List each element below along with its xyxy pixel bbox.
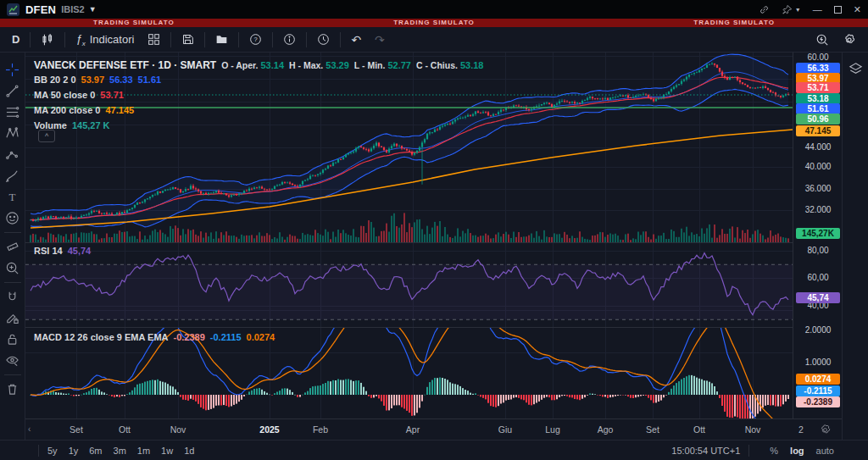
candlestick-icon xyxy=(41,33,54,47)
price-axis[interactable]: 60.0044.00040.00036.00032.00080,0060,004… xyxy=(793,53,842,440)
hide-drawings-tool[interactable] xyxy=(2,350,24,371)
ma200-value: 47.145 xyxy=(105,105,134,115)
close-button[interactable]: ✕ xyxy=(854,4,861,15)
clock-display[interactable]: 15:00:54 UTC+1 xyxy=(671,446,740,456)
macd-legend[interactable]: MACD 12 26 close 9 EMA EMA -0.2389 -0.21… xyxy=(34,332,275,342)
date-range-buttons: 5y1y6m3m1m1w1d xyxy=(47,446,205,456)
chart-style-button[interactable] xyxy=(34,30,61,49)
banner-text: TRADING SIMULATO xyxy=(93,19,175,27)
bottom-status-bar: 5y1y6m3m1m1w1d 15:00:54 UTC+1 % log auto xyxy=(0,440,868,460)
help-icon: ? xyxy=(249,33,262,46)
help-button[interactable]: ? xyxy=(242,30,269,48)
time-axis[interactable]: ‹ SetOttNov2025FebAprGiuLugAgoSetOttNov2 xyxy=(25,418,842,440)
pattern-tool[interactable] xyxy=(2,123,24,144)
symbol-dropdown-caret[interactable]: ▼ xyxy=(89,5,97,14)
save-layout-button[interactable] xyxy=(175,30,201,48)
chart-canvas[interactable] xyxy=(25,53,793,418)
symbol-legend[interactable]: VANECK DEFENSE ETF · 1D · SMART O - Aper… xyxy=(34,59,483,71)
ma50-value: 53.71 xyxy=(100,90,124,100)
range-button-1m[interactable]: 1m xyxy=(137,446,150,456)
price-axis-label: 60.00 xyxy=(793,53,843,62)
legend-title: VANECK DEFENSE ETF · 1D · SMART xyxy=(34,59,216,71)
text-tool[interactable]: T xyxy=(2,186,24,208)
range-button-1w[interactable]: 1w xyxy=(161,446,173,456)
percent-scale-button[interactable]: % xyxy=(770,446,778,456)
chart-area[interactable]: VANECK DEFENSE ETF · 1D · SMART O - Aper… xyxy=(25,53,842,440)
symbol-name[interactable]: DFEN xyxy=(25,3,56,16)
fib-retracement-tool[interactable] xyxy=(2,102,24,123)
lock-tool[interactable] xyxy=(2,329,24,350)
brush-tool[interactable] xyxy=(2,165,24,186)
pin-icon[interactable]: ▼ xyxy=(782,4,801,15)
replay-button[interactable] xyxy=(310,30,337,48)
zoom-in-tool[interactable] xyxy=(2,258,24,279)
save-icon xyxy=(181,33,194,46)
gear-icon xyxy=(843,33,856,47)
ma200-legend[interactable]: MA 200 close 0 47.145 xyxy=(34,105,134,115)
auto-scale-button[interactable]: auto xyxy=(816,446,834,456)
trend-line-tool[interactable] xyxy=(2,80,24,102)
undo-button[interactable]: ↶ xyxy=(344,30,368,49)
bb-basis-value: 53.97 xyxy=(81,75,105,85)
price-axis-badge: 145,27K xyxy=(796,228,840,239)
price-axis-label: 32.000 xyxy=(793,205,843,214)
edit-lock-tool[interactable] xyxy=(2,308,24,329)
open-layout-button[interactable] xyxy=(209,30,235,48)
time-axis-label: Ott xyxy=(119,424,131,435)
price-axis-label: 60,00 xyxy=(793,273,843,282)
emoji-tool[interactable] xyxy=(2,208,24,229)
price-axis-label: 2.0000 xyxy=(793,325,843,335)
redo-button[interactable]: ↷ xyxy=(368,30,392,49)
settings-button[interactable] xyxy=(836,30,863,49)
axis-collapse-arrow[interactable]: ‹ xyxy=(28,424,31,434)
crosshair-tool[interactable] xyxy=(2,59,24,80)
grid-icon xyxy=(147,33,160,46)
macd-signal-value: 0.0274 xyxy=(247,332,275,342)
quick-search-button[interactable] xyxy=(809,30,836,49)
time-axis-label: Nov xyxy=(170,424,186,435)
trading-app-window: DFEN IBIS2 ▼ ▼ — ✕ TRADING SIMULATO TRAD… xyxy=(0,0,868,460)
bb-legend[interactable]: BB 20 2 0 53.97 56.33 51.61 xyxy=(34,75,161,85)
forecast-tool[interactable] xyxy=(2,144,24,165)
volume-value: 145,27 K xyxy=(72,120,110,130)
clock-icon xyxy=(317,33,330,46)
info-button[interactable] xyxy=(276,30,303,48)
time-axis-label: 2 xyxy=(798,424,804,435)
price-axis-label: 36.000 xyxy=(793,184,843,193)
measure-tool[interactable] xyxy=(2,236,24,258)
time-axis-label: Ott xyxy=(693,424,705,435)
time-axis-label: Set xyxy=(70,424,83,435)
window-titlebar: DFEN IBIS2 ▼ ▼ — ✕ xyxy=(0,0,868,19)
collapse-legend-button[interactable]: ^ xyxy=(38,130,55,142)
range-button-5y[interactable]: 5y xyxy=(47,446,58,456)
magnet-tool[interactable] xyxy=(2,286,24,308)
search-flash-icon xyxy=(815,33,829,47)
time-axis-label: 2025 xyxy=(259,424,279,435)
right-sidebar xyxy=(842,53,868,440)
macd-line-value: -0.2115 xyxy=(210,332,242,342)
range-button-3m[interactable]: 3m xyxy=(114,446,126,456)
price-axis-badge: 0.0274 xyxy=(796,374,840,385)
range-button-1y[interactable]: 1y xyxy=(69,446,79,456)
ma50-legend[interactable]: MA 50 close 0 53.71 xyxy=(34,90,124,100)
log-scale-button[interactable]: log xyxy=(790,446,804,456)
time-axis-label: Ago xyxy=(598,424,614,435)
trading-simulated-banner: TRADING SIMULATO TRADING SIMULATO TRADIN… xyxy=(0,19,868,27)
indicators-button[interactable]: ƒx Indicatori xyxy=(69,30,141,50)
timeframe-button[interactable]: D xyxy=(5,30,26,48)
minimize-button[interactable]: — xyxy=(813,4,822,14)
remove-drawings-tool[interactable] xyxy=(2,379,24,400)
time-axis-label: Giu xyxy=(498,424,512,435)
axis-settings-gear-icon[interactable] xyxy=(819,424,832,436)
layout-grid-button[interactable] xyxy=(141,30,167,48)
rsi-legend[interactable]: RSI 14 45,74 xyxy=(34,246,91,256)
high-value: 53.29 xyxy=(326,60,349,70)
time-axis-label: Feb xyxy=(313,424,328,435)
object-tree-layers-icon[interactable] xyxy=(848,61,864,77)
svg-text:?: ? xyxy=(254,36,258,43)
link-icon[interactable] xyxy=(759,4,770,15)
range-button-6m[interactable]: 6m xyxy=(89,446,102,456)
range-button-1d[interactable]: 1d xyxy=(184,446,194,456)
maximize-button[interactable] xyxy=(834,6,842,14)
low-value: 52.77 xyxy=(387,60,411,70)
